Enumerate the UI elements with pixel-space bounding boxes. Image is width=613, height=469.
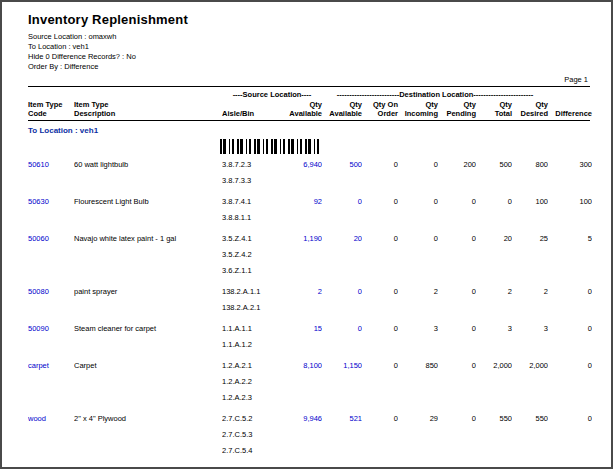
qty-pending-cell [438,390,476,406]
item-code-cell[interactable]: carpet [28,358,74,374]
qty-total-cell [476,210,512,226]
difference-cell: 100 [548,194,592,210]
item-description-cell [74,210,222,226]
dest-qty-available-cell: 0 [322,284,362,300]
header-item-type-code: Item Type Code [28,100,74,118]
item-code-cell[interactable]: wood [28,411,74,427]
aisle-bin-cell: 3.6.Z.1.1 [222,263,280,279]
table-body: 5061060 watt lightbulb3.8.7.2.36,9405000… [28,157,590,459]
dest-qty-available-cell: 521 [322,411,362,427]
qty-on-order-cell: 0 [362,358,398,374]
header-dest-qty-available: Qty Available [322,100,362,118]
difference-cell [548,247,592,263]
qty-incoming-cell: 0 [398,157,438,173]
barcode [220,139,320,154]
aisle-bin-cell: 1.1.A.1.1 [222,321,280,337]
item-description-cell [74,247,222,263]
qty-total-cell [476,337,512,353]
table-row-line: 50060Navajo white latex paint - 1 gal3.5… [28,231,590,247]
src-qty-available-cell [280,337,322,353]
aisle-bin-cell: 3.8.7.2.3 [222,157,280,173]
item-description-cell [74,427,222,443]
src-qty-available-cell [280,210,322,226]
dest-qty-available-cell [322,300,362,316]
difference-cell [548,337,592,353]
qty-pending-cell [438,443,476,459]
item-code-cell[interactable]: 50090 [28,321,74,337]
dest-qty-available-cell [322,173,362,189]
qty-incoming-cell: 3 [398,321,438,337]
table-row-line: 1.2.A.2.2 [28,374,590,390]
header-qty-desired: Qty Desired [512,100,548,118]
item-description-cell [74,263,222,279]
dest-qty-available-cell: 0 [322,321,362,337]
aisle-bin-cell: 3.8.7.3.3 [222,173,280,189]
qty-incoming-cell [398,173,438,189]
qty-total-cell [476,247,512,263]
item-description-cell: 2" x 4" Plywood [74,411,222,427]
qty-incoming-cell [398,374,438,390]
item-code-cell[interactable]: 50610 [28,157,74,173]
qty-desired-cell [512,247,548,263]
aisle-bin-cell: 138.2.A.1.1 [222,284,280,300]
table-row-line: 3.8.8.1.1 [28,210,590,226]
src-qty-available-cell [280,300,322,316]
dest-qty-available-cell [322,247,362,263]
meta-to-location: To Location : veh1 [28,42,590,52]
meta-hide-zero-difference: Hide 0 Difference Records? : No [28,52,590,62]
report-meta: Source Location : omaxwh To Location : v… [28,32,590,72]
difference-cell [548,443,592,459]
src-qty-available-cell [280,173,322,189]
item-code-cell[interactable]: 50080 [28,284,74,300]
qty-pending-cell [438,173,476,189]
header-src-qty-available: Qty Available [280,100,322,118]
qty-total-cell [476,300,512,316]
dest-qty-available-cell: 20 [322,231,362,247]
qty-pending-cell [438,337,476,353]
item-code-cell[interactable]: 50060 [28,231,74,247]
qty-desired-cell [512,390,548,406]
qty-on-order-cell: 0 [362,321,398,337]
difference-cell [548,173,592,189]
qty-desired-cell [512,443,548,459]
qty-on-order-cell [362,337,398,353]
src-qty-available-cell [280,427,322,443]
table-row-line: 50630Flourescent Light Bulb3.8.7.4.19200… [28,194,590,210]
dest-qty-available-cell [322,427,362,443]
qty-total-cell: 3 [476,321,512,337]
item-code-cell [28,263,74,279]
qty-desired-cell [512,374,548,390]
item-code-cell [28,173,74,189]
aisle-bin-cell: 2.7.C.5.3 [222,427,280,443]
item-description-cell: paint sprayer [74,284,222,300]
item-code-cell[interactable]: 50630 [28,194,74,210]
difference-cell: 300 [548,157,592,173]
page-number: Page 1 [28,75,590,84]
qty-on-order-cell [362,374,398,390]
qty-incoming-cell [398,263,438,279]
difference-cell [548,300,592,316]
qty-desired-cell: 25 [512,231,548,247]
item-code-cell [28,210,74,226]
item-code-cell [28,390,74,406]
aisle-bin-cell: 1.1.A.1.2 [222,337,280,353]
table-row-line: 1.1.A.1.2 [28,337,590,353]
qty-pending-cell: 0 [438,284,476,300]
src-qty-available-cell: 92 [280,194,322,210]
item-description-cell: Steam cleaner for carpet [74,321,222,337]
difference-cell [548,390,592,406]
qty-desired-cell [512,337,548,353]
qty-on-order-cell [362,390,398,406]
src-qty-available-cell: 2 [280,284,322,300]
item-code-cell [28,443,74,459]
qty-pending-cell: 0 [438,194,476,210]
header-qty-incoming: Qty Incoming [398,100,438,118]
difference-cell: 5 [548,231,592,247]
qty-incoming-cell: 2 [398,284,438,300]
item-code-cell [28,300,74,316]
qty-incoming-cell: 0 [398,231,438,247]
qty-desired-cell: 3 [512,321,548,337]
table-row-line: 3.5.Z.4.2 [28,247,590,263]
header-difference: Difference [548,100,592,118]
item-code-cell [28,427,74,443]
